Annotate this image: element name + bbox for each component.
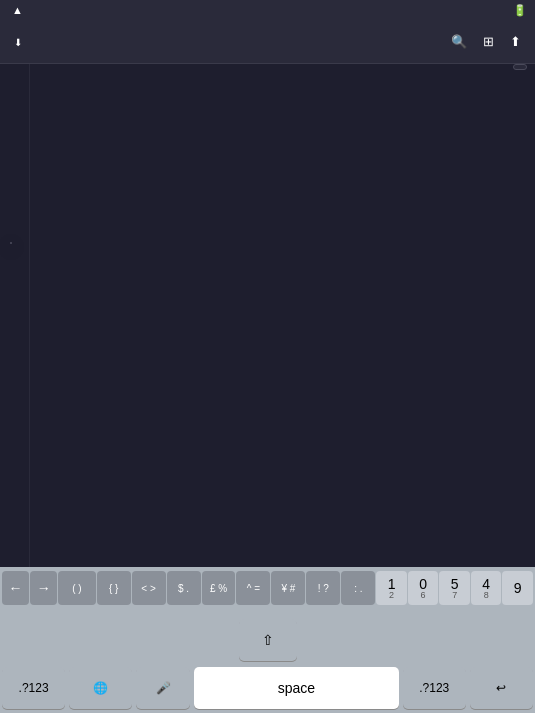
return-key[interactable]: ↩ xyxy=(470,667,533,709)
num-1-key[interactable]: 12 xyxy=(376,571,407,605)
caret-key[interactable]: ^ = xyxy=(236,571,270,605)
keyboard-bottom-row: .?123 🌐 🎤 space .?123 ↩ xyxy=(0,667,535,713)
mic-key[interactable]: 🎤 xyxy=(136,667,190,709)
share-icon: ⬆ xyxy=(510,34,521,49)
line-col-info xyxy=(513,64,527,70)
num-9-key[interactable]: 9 xyxy=(502,571,533,605)
arrow-left-key[interactable]: ← xyxy=(2,571,29,605)
colon-key[interactable]: : . xyxy=(341,571,375,605)
num123-left-key[interactable]: .?123 xyxy=(2,667,65,709)
num-5-key[interactable]: 57 xyxy=(439,571,470,605)
arrow-right-key[interactable]: → xyxy=(30,571,57,605)
toolbar: ⬇ 🔍 ⊞ ⬆ xyxy=(0,20,535,64)
files-button[interactable]: ⬇ xyxy=(8,30,28,53)
line-numbers xyxy=(0,64,30,567)
redo-button[interactable] xyxy=(48,38,60,46)
keyboard-row-3: ⇧ xyxy=(2,619,533,661)
exclaim-key[interactable]: ! ? xyxy=(306,571,340,605)
space-key[interactable]: space xyxy=(194,667,399,709)
pound-key[interactable]: £ % xyxy=(202,571,236,605)
dollar-key[interactable]: $ . xyxy=(167,571,201,605)
battery-icon: 🔋 xyxy=(513,4,527,17)
search-button[interactable]: 🔍 xyxy=(445,30,473,53)
status-bar: ▲ 🔋 xyxy=(0,0,535,20)
code-content[interactable] xyxy=(30,64,535,567)
angle-key[interactable]: < > xyxy=(132,571,166,605)
undo-button[interactable] xyxy=(32,38,44,46)
keyboard-main: ⇧ xyxy=(0,609,535,667)
code-editor[interactable] xyxy=(0,64,535,567)
num123-right-key[interactable]: .?123 xyxy=(403,667,466,709)
status-right: 🔋 xyxy=(513,4,527,17)
grid-button[interactable]: ⊞ xyxy=(477,30,500,53)
num-2-key[interactable]: 48 xyxy=(471,571,502,605)
status-left: ▲ xyxy=(8,4,23,16)
context-menu xyxy=(10,242,12,244)
search-icon: 🔍 xyxy=(451,34,467,49)
yen-key[interactable]: ¥ # xyxy=(271,571,305,605)
num-0-key[interactable]: 06 xyxy=(408,571,439,605)
emoji-key[interactable]: 🌐 xyxy=(69,667,132,709)
wifi-icon: ▲ xyxy=(12,4,23,16)
files-icon: ⬇ xyxy=(14,37,22,48)
grid-icon: ⊞ xyxy=(483,34,494,49)
keyboard-special-row: ← → ( ) { } < > $ . £ % ^ = ¥ # ! ? : . … xyxy=(0,567,535,609)
shift-key[interactable]: ⇧ xyxy=(239,619,297,661)
brace-key[interactable]: { } xyxy=(97,571,131,605)
share-button[interactable]: ⬆ xyxy=(504,30,527,53)
paren-key[interactable]: ( ) xyxy=(58,571,95,605)
